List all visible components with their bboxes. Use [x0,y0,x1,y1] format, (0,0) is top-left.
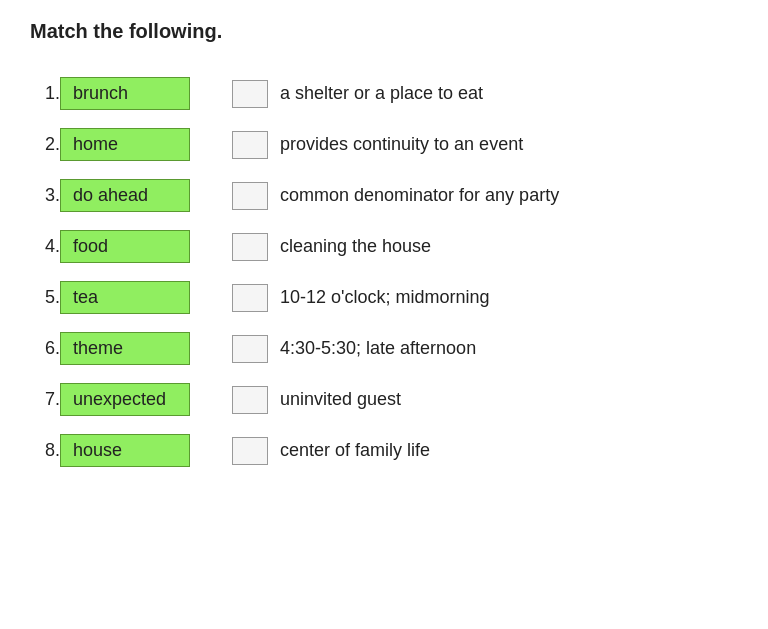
answer-blank-4[interactable] [232,233,268,261]
term-cell-2: home [60,124,220,165]
table-row: 4. food cleaning the house [30,226,738,267]
row-number-3: 3. [30,175,60,216]
table-row: 7. unexpected uninvited guest [30,379,738,420]
blank-cell-1[interactable] [220,73,280,114]
row-number-4: 4. [30,226,60,267]
blank-cell-6[interactable] [220,328,280,369]
definition-cell-8: center of family life [280,430,738,471]
blank-cell-2[interactable] [220,124,280,165]
table-row: 2. home provides continuity to an event [30,124,738,165]
term-box-2: home [60,128,190,161]
table-row: 8. house center of family life [30,430,738,471]
definition-cell-7: uninvited guest [280,379,738,420]
term-box-7: unexpected [60,383,190,416]
table-row: 1. brunch a shelter or a place to eat [30,73,738,114]
term-box-8: house [60,434,190,467]
table-row: 3. do ahead common denominator for any p… [30,175,738,216]
term-cell-8: house [60,430,220,471]
term-box-1: brunch [60,77,190,110]
blank-cell-3[interactable] [220,175,280,216]
blank-cell-5[interactable] [220,277,280,318]
term-box-3: do ahead [60,179,190,212]
term-cell-1: brunch [60,73,220,114]
definition-cell-2: provides continuity to an event [280,124,738,165]
term-cell-6: theme [60,328,220,369]
table-row: 5. tea 10-12 o'clock; midmorning [30,277,738,318]
match-table: 1. brunch a shelter or a place to eat 2.… [30,63,738,481]
answer-blank-6[interactable] [232,335,268,363]
row-number-2: 2. [30,124,60,165]
answer-blank-2[interactable] [232,131,268,159]
definition-cell-1: a shelter or a place to eat [280,73,738,114]
table-row: 6. theme 4:30-5:30; late afternoon [30,328,738,369]
page-title: Match the following. [30,20,738,43]
blank-cell-7[interactable] [220,379,280,420]
blank-cell-8[interactable] [220,430,280,471]
answer-blank-5[interactable] [232,284,268,312]
term-box-4: food [60,230,190,263]
term-box-6: theme [60,332,190,365]
definition-cell-3: common denominator for any party [280,175,738,216]
row-number-1: 1. [30,73,60,114]
blank-cell-4[interactable] [220,226,280,267]
term-box-5: tea [60,281,190,314]
term-cell-4: food [60,226,220,267]
row-number-7: 7. [30,379,60,420]
definition-cell-4: cleaning the house [280,226,738,267]
term-cell-5: tea [60,277,220,318]
row-number-5: 5. [30,277,60,318]
answer-blank-1[interactable] [232,80,268,108]
row-number-6: 6. [30,328,60,369]
definition-cell-5: 10-12 o'clock; midmorning [280,277,738,318]
term-cell-7: unexpected [60,379,220,420]
answer-blank-8[interactable] [232,437,268,465]
answer-blank-7[interactable] [232,386,268,414]
row-number-8: 8. [30,430,60,471]
definition-cell-6: 4:30-5:30; late afternoon [280,328,738,369]
answer-blank-3[interactable] [232,182,268,210]
term-cell-3: do ahead [60,175,220,216]
